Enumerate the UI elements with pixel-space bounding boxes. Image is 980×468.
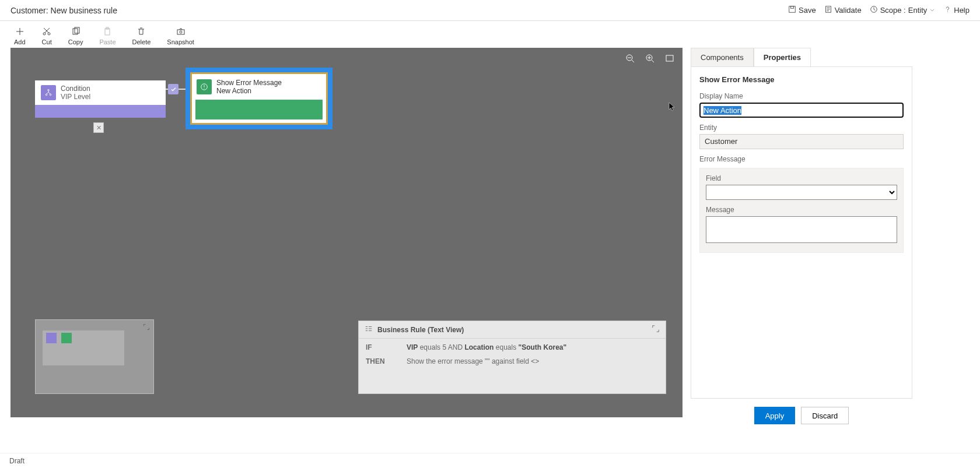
action-footer: [195, 100, 323, 119]
svg-point-11: [180, 31, 182, 33]
minimap-expand-button[interactable]: [143, 322, 150, 333]
display-name-label: Display Name: [699, 92, 904, 100]
properties-heading: Show Error Message: [699, 75, 904, 84]
save-icon: [788, 5, 796, 15]
message-textarea[interactable]: [706, 216, 897, 243]
right-panel: Components Properties Show Error Message…: [691, 47, 912, 453]
copy-icon: [71, 27, 80, 37]
help-label: Help: [954, 6, 970, 15]
condition-footer: [35, 105, 166, 118]
paste-icon: [103, 27, 112, 37]
text-view-expand-button[interactable]: [652, 325, 660, 335]
condition-node[interactable]: Condition VIP Level ✕: [35, 80, 166, 118]
field-dropdown[interactable]: [706, 185, 897, 200]
header-actions: Save Validate Scope : Entity Help: [788, 5, 970, 15]
add-label: Add: [14, 38, 26, 45]
action-node[interactable]: Show Error Message New Action: [186, 68, 332, 129]
entity-value: Customer: [699, 134, 904, 149]
panel-actions: Apply Discard: [691, 407, 912, 424]
mouse-cursor-icon: [668, 102, 676, 114]
workspace: Condition VIP Level ✕ Show Error Message…: [0, 47, 980, 453]
minimap[interactable]: [35, 319, 154, 394]
svg-point-5: [48, 33, 50, 35]
connector-true-badge: [168, 84, 178, 94]
text-view-panel: Business Rule (Text View) IF VIP equals …: [358, 321, 666, 394]
discard-button[interactable]: Discard: [801, 407, 849, 424]
help-button[interactable]: Help: [943, 5, 970, 15]
display-name-input[interactable]: [699, 103, 904, 118]
scope-label: Scope :: [880, 6, 906, 15]
text-view-icon: [365, 325, 373, 335]
svg-rect-10: [177, 30, 184, 34]
canvas-controls: [625, 54, 674, 65]
condition-false-branch-button[interactable]: ✕: [93, 122, 104, 133]
condition-subtitle: VIP Level: [61, 93, 90, 101]
scope-icon: [870, 5, 878, 15]
scissors-icon: [42, 27, 51, 37]
paste-label: Paste: [99, 38, 116, 45]
snapshot-label: Snapshot: [167, 38, 194, 45]
copy-button[interactable]: Copy: [68, 27, 83, 45]
svg-rect-14: [666, 55, 673, 61]
zoom-out-button[interactable]: [625, 54, 635, 65]
scope-value: Entity: [908, 6, 928, 15]
action-title: Show Error Message: [216, 79, 282, 87]
save-button[interactable]: Save: [788, 5, 816, 15]
error-action-icon: [197, 79, 212, 94]
condition-title: Condition: [61, 85, 90, 93]
condition-icon: [41, 85, 56, 100]
svg-rect-1: [790, 6, 793, 9]
delete-button[interactable]: Delete: [132, 27, 151, 45]
plus-icon: [15, 27, 24, 37]
apply-button[interactable]: Apply: [754, 407, 796, 424]
message-label: Message: [706, 206, 897, 214]
save-label: Save: [799, 6, 816, 15]
text-view-title: Business Rule (Text View): [377, 326, 464, 334]
chevron-down-icon: [929, 6, 935, 15]
validate-label: Validate: [835, 6, 862, 15]
add-button[interactable]: Add: [14, 27, 26, 45]
tab-components[interactable]: Components: [691, 48, 754, 66]
validate-button[interactable]: Validate: [824, 5, 862, 15]
field-label: Field: [706, 174, 897, 182]
entity-label: Entity: [699, 124, 904, 132]
if-condition-text: VIP equals 5 AND Location equals "South …: [407, 343, 566, 351]
svg-rect-0: [789, 6, 796, 13]
page-title[interactable]: Customer: New business rule: [10, 6, 120, 15]
camera-icon: [176, 27, 186, 37]
validate-icon: [824, 5, 832, 15]
error-message-label: Error Message: [699, 155, 904, 163]
delete-label: Delete: [132, 38, 151, 45]
tab-properties[interactable]: Properties: [754, 48, 811, 66]
cut-label: Cut: [42, 38, 52, 45]
then-keyword: THEN: [366, 357, 389, 365]
minimap-condition-node: [46, 333, 57, 343]
svg-point-4: [43, 33, 46, 35]
title-prefix: Customer:: [10, 6, 48, 15]
status-bar: Draft: [0, 453, 980, 468]
cut-button[interactable]: Cut: [42, 27, 52, 45]
paste-button[interactable]: Paste: [99, 27, 116, 45]
panel-tabs: Components Properties: [691, 48, 912, 66]
error-message-section: Field Message: [699, 168, 904, 253]
then-action-text: Show the error message "" against field …: [407, 357, 539, 365]
trash-icon: [136, 27, 146, 37]
toolbar: Add Cut Copy Paste Delete Snapshot: [0, 21, 980, 47]
canvas[interactable]: Condition VIP Level ✕ Show Error Message…: [10, 48, 682, 417]
status-text: Draft: [9, 457, 24, 465]
if-keyword: IF: [366, 343, 389, 351]
copy-label: Copy: [68, 38, 83, 45]
help-icon: [943, 5, 951, 15]
title-name: New business rule: [51, 6, 117, 15]
svg-rect-8: [105, 29, 110, 35]
minimap-action-node: [61, 333, 72, 343]
scope-dropdown[interactable]: Scope : Entity: [870, 5, 936, 15]
zoom-in-button[interactable]: [645, 54, 654, 65]
fit-screen-button[interactable]: [665, 54, 674, 65]
action-subtitle: New Action: [216, 87, 282, 95]
snapshot-button[interactable]: Snapshot: [167, 27, 194, 45]
header-bar: Customer: New business rule Save Validat…: [0, 0, 980, 21]
